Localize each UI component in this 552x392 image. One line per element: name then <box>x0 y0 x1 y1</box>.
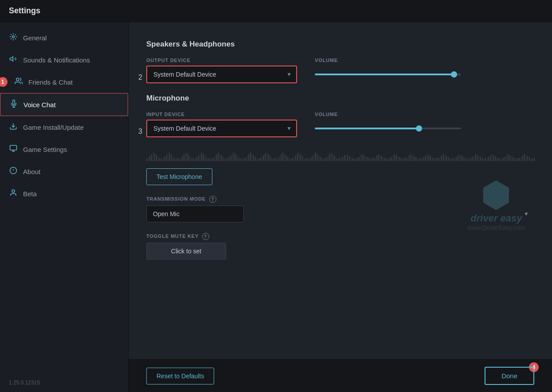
mic-level-bar <box>290 159 291 161</box>
mic-level-bar <box>287 157 288 161</box>
toggle-mute-help-icon[interactable]: ? <box>202 233 209 240</box>
mic-level-bar <box>325 158 325 161</box>
sidebar-beta-label: Beta <box>23 190 37 198</box>
mic-level-bar <box>158 157 159 161</box>
mic-level-bar <box>156 155 157 161</box>
sidebar-friends-label: Friends & Chat <box>28 78 73 86</box>
sidebar-item-about[interactable]: About <box>0 160 128 182</box>
mic-level-bar <box>310 158 311 161</box>
output-device-label: OUTPUT DEVICE <box>146 58 297 63</box>
mic-level-bar <box>188 155 189 161</box>
mic-level-bar <box>164 157 165 161</box>
mic-level-bar <box>219 153 220 161</box>
mic-level-bar <box>187 153 188 161</box>
mic-level-bar <box>329 153 330 161</box>
mic-level-bar <box>318 155 319 161</box>
mic-level-bar <box>195 158 196 161</box>
sidebar-item-gamesettings[interactable]: Game Settings <box>0 138 128 160</box>
mic-level-bar <box>299 152 300 161</box>
mic-level-bar <box>265 153 266 161</box>
output-device-select-wrapper: System Default Device ▼ <box>146 66 297 83</box>
mic-level-bar <box>320 157 321 161</box>
transmission-help-icon[interactable]: ? <box>209 196 216 203</box>
mic-level-bar <box>159 158 160 161</box>
sidebar-item-voicechat[interactable]: Voice Chat <box>0 93 128 116</box>
mic-level-bar <box>279 156 280 161</box>
mic-level-bar <box>262 157 262 161</box>
mic-level-bar <box>196 157 197 161</box>
mic-level-bar <box>205 156 206 161</box>
reset-defaults-button[interactable]: Reset to Defaults <box>146 368 214 384</box>
mic-level-bar <box>171 154 172 161</box>
mic-level-bar <box>190 157 191 161</box>
mic-level-bar <box>268 154 269 161</box>
input-device-select[interactable]: System Default Device <box>146 120 297 137</box>
mic-level-bar <box>260 158 261 161</box>
mic-level-bar <box>201 152 202 161</box>
sidebar-item-sounds[interactable]: Sounds & Notifications <box>0 49 128 71</box>
friends-icon <box>14 77 23 87</box>
gameinstall-icon <box>9 122 18 132</box>
mic-level-bar <box>315 152 316 161</box>
mic-level-bar <box>328 155 329 161</box>
mic-level-bar <box>294 157 295 161</box>
mic-level-bar <box>266 152 267 161</box>
microphone-section-header: Microphone <box>146 94 534 103</box>
mic-level-bar <box>148 158 149 161</box>
click-to-set-button[interactable]: Click to set <box>146 243 226 260</box>
mic-level-bar <box>211 159 212 161</box>
mic-level-bar <box>312 156 313 161</box>
mic-level-bar <box>174 158 175 161</box>
mic-level-bar <box>271 158 272 161</box>
output-volume-slider[interactable] <box>315 74 461 75</box>
output-volume-label: VOLUME <box>315 58 534 63</box>
transmission-mode-select[interactable]: Open Mic <box>146 206 244 222</box>
done-button[interactable]: Done <box>485 367 534 385</box>
general-icon <box>9 33 18 43</box>
mic-level-bar <box>326 157 327 161</box>
input-volume-slider-container[interactable] <box>315 123 534 131</box>
about-icon <box>9 167 18 176</box>
mic-level-bar <box>282 152 283 161</box>
done-button-wrapper: 4 Done <box>485 367 534 385</box>
mic-level-bar <box>323 159 324 161</box>
sidebar-item-friends[interactable]: 1 Friends & Chat <box>0 71 128 93</box>
mic-level-bar <box>203 154 204 161</box>
mic-level-bar <box>321 158 322 161</box>
svg-point-7 <box>12 190 15 192</box>
app-title: Settings <box>9 6 40 15</box>
mic-level-bar <box>257 158 258 161</box>
mic-level-bar <box>179 159 180 161</box>
output-device-select[interactable]: System Default Device <box>146 66 297 83</box>
mic-level-bar <box>215 156 215 161</box>
mic-level-bar <box>284 153 285 161</box>
mic-level-bar <box>334 156 335 161</box>
input-device-select-wrapper: System Default Device ▼ <box>146 120 297 137</box>
mic-level-bar <box>304 158 305 161</box>
mic-level-bar <box>239 158 239 161</box>
output-device-group: 2 OUTPUT DEVICE System Default Device ▼ <box>146 58 297 83</box>
mic-level-bar <box>252 153 253 161</box>
mic-level-bar <box>292 158 293 161</box>
mic-level-bar <box>232 153 233 161</box>
sidebar-item-gameinstall[interactable]: Game Install/Update <box>0 116 128 138</box>
output-volume-slider-container[interactable] <box>315 69 534 77</box>
transmission-mode-select-wrapper: Open Mic ▼ <box>146 206 534 222</box>
beta-icon <box>9 189 18 198</box>
mic-level-bar <box>154 153 155 161</box>
mic-level-bar <box>163 158 164 161</box>
step-badge-2: 2 <box>138 74 142 82</box>
input-volume-label: VOLUME <box>315 112 534 117</box>
mic-level-bar <box>237 156 238 161</box>
mic-level-bar <box>245 158 246 161</box>
sidebar-item-general[interactable]: General <box>0 27 128 49</box>
sidebar: General Sounds & Notifications 1 <box>0 22 129 392</box>
sidebar-item-beta[interactable]: Beta <box>0 182 128 205</box>
mic-level-bar <box>248 154 249 161</box>
mic-level-bar <box>309 159 309 161</box>
sidebar-nav: General Sounds & Notifications 1 <box>0 22 128 373</box>
input-volume-slider[interactable] <box>315 128 461 129</box>
mic-level-bar <box>213 158 214 161</box>
step-badge-1: 1 <box>0 77 8 87</box>
test-microphone-button[interactable]: Test Microphone <box>146 168 212 185</box>
